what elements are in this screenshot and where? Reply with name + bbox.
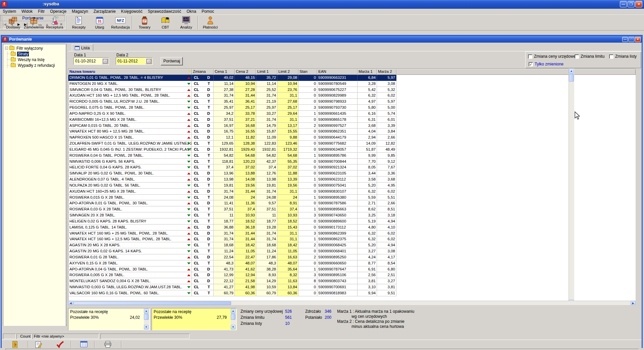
scrollbar-thumb[interactable] <box>569 74 574 82</box>
tree-item-straty[interactable]: Straty <box>7 51 65 57</box>
toolbar-button-towary[interactable]: Towary <box>134 15 155 30</box>
menu-item-magazyn[interactable]: Magazyn <box>69 9 91 14</box>
tree-expand-icon[interactable]: − <box>5 47 8 50</box>
menu-item-operacje[interactable]: Operacje <box>47 9 69 14</box>
title-bar[interactable]: f :sysdba — ❐ ✕ <box>0 0 644 9</box>
restore-icon[interactable]: ❐ <box>628 1 635 7</box>
table-row[interactable]: APO-ATORVA 0,01 G TABL. POWL. 30 TABL.CL… <box>68 200 636 206</box>
table-row[interactable]: MONTELUKAST SANDOZ 0,004 G X 28 TABL.CLD… <box>68 278 636 284</box>
scroll-down-icon[interactable]: ▼ <box>231 325 235 330</box>
calendar-button[interactable]: 15 <box>146 58 152 64</box>
grid-vertical-scrollbar[interactable]: ▲ ▼ <box>569 68 574 305</box>
app-icon[interactable]: f <box>1 1 7 7</box>
table-row[interactable]: AGASTIN 20 MG X 28 KAPS.CLT18,6818,4218,… <box>68 242 636 248</box>
scroll-left-icon[interactable]: ◀ <box>68 301 73 305</box>
minimize-icon[interactable]: — <box>620 1 627 7</box>
menu-item-filtr[interactable]: Filtr <box>35 9 47 14</box>
column-header-zm[interactable]: Zmiana <box>192 69 214 75</box>
tree-item-weszynalist[interactable]: Weszły na listę <box>7 57 65 62</box>
toolbar-button-utarg[interactable]: 31Utarg <box>89 15 110 30</box>
calendar-button[interactable]: 15 <box>102 58 108 64</box>
table-row[interactable]: SIMVAGEN 20 X 28 TABL.CLT1110,931110,933… <box>68 212 636 218</box>
table-row[interactable]: NOLPAZA 20 MG 0,02 G TABL. 56 TABL.CLT19… <box>68 183 636 189</box>
table-row[interactable]: ROSWERA 0,04 G TABL. POWL. 28 TABL.CLT54… <box>68 153 636 159</box>
checkbox-box[interactable] <box>609 54 613 59</box>
table-row[interactable]: AXUDAN HCT 160 MG + 12,5 MG TABL. POWL. … <box>68 93 636 99</box>
column-header-name[interactable]: Nazwa towaru <box>68 69 192 75</box>
menu-item-zarzdzanie[interactable]: Zarządzanie <box>91 9 118 14</box>
menu-item-sprawozdawczo[interactable]: Sprawozdawczość <box>145 9 184 14</box>
grid-horizontal-scrollbar[interactable]: ◀ ▶ <box>68 301 636 305</box>
checkbox-zmianalimitu[interactable]: Zmiana limitu <box>575 54 604 59</box>
checkbox-box[interactable] <box>528 54 532 59</box>
scroll-up-icon[interactable]: ▲ <box>144 309 149 313</box>
scroll-up-icon[interactable]: ▲ <box>231 309 235 313</box>
tab-lista[interactable]: Lista <box>72 44 93 51</box>
scroll-up-icon[interactable]: ▲ <box>569 68 574 74</box>
table-row[interactable]: APO-NAPRO 0,25 G X 90 TABL.CLD34,233,783… <box>68 111 636 117</box>
toolbar-button-refundacja[interactable]: NFZRefundacja <box>110 15 131 30</box>
table-row[interactable]: ASPICAM 0,015 G TABL. 20 TABL.CLD16,9716… <box>68 123 636 129</box>
table-row[interactable]: VALSACOR 160 MG 0,16 G TABL. POWL. 60 TA… <box>68 290 636 296</box>
table-row[interactable]: HELIGEN 0,02 G KAPS. 28 KAPS. BLISTRYCLT… <box>68 218 636 224</box>
comparison-title-bar[interactable]: f Porównanie — □ ✕ <box>2 36 642 43</box>
menu-item-widok[interactable]: Widok <box>19 9 35 14</box>
table-row[interactable]: RICORDO 0,005 G TABL.UL.ROZP.W J.U. 28 T… <box>68 99 636 105</box>
table-row[interactable]: NIMVASTID 0,006 G KAPS. 56 KAPS.CLT118,8… <box>68 159 636 165</box>
scrollbar-thumb[interactable] <box>144 314 149 320</box>
panel-scrollbar[interactable]: ▲ ▼ <box>144 309 149 330</box>
toolbar-button-zamwienia[interactable]: ?Zamówienia <box>23 15 44 30</box>
compare-button[interactable]: Porównaj <box>161 57 183 65</box>
data1-value[interactable]: 01-10-2012 <box>74 59 102 63</box>
checkbox-zmianacenyurzdowej[interactable]: Zmiana ceny urzędowej <box>528 54 577 59</box>
column-header-stan[interactable]: Stan <box>299 69 317 75</box>
table-row[interactable]: LAMISIL 0,125 G TABL. 14 TABL.CLD36,8836… <box>68 224 636 231</box>
data2-value[interactable]: 01-11-2012 <box>116 59 146 63</box>
table-row[interactable]: NAPROXEN 500 HASCO X 15 TABL.CLD12,111,8… <box>68 135 636 141</box>
menu-item-okna[interactable]: Okna <box>184 9 199 14</box>
column-header-c2[interactable]: Cena 2 <box>235 69 256 75</box>
tree-item-wypadyzrefundacji[interactable]: Wypadły z refundacji <box>7 62 65 68</box>
menu-item-ksigowo[interactable]: Księgowość <box>118 9 145 14</box>
table-row[interactable]: DRIMON 0,01 G TABL. POWL. 28 TABL. = 4 B… <box>68 75 636 81</box>
table-row[interactable]: ROSWERA 0,015 G X 28 TABL.CLT24,082424,0… <box>68 195 636 201</box>
panel-scrollbar[interactable]: ▲ ▼ <box>231 309 236 330</box>
toolbar-button-patnoci[interactable]: Płatności <box>200 15 221 30</box>
scrollbar-thumb[interactable] <box>231 314 235 320</box>
scrollbar-thumb[interactable] <box>73 301 231 305</box>
table-row[interactable]: NIMVASTID 0,003 G TABL.ULEG.ROZPAD.W.JAM… <box>68 284 636 290</box>
checkbox-box[interactable] <box>575 54 579 59</box>
table-row[interactable]: AGASTIN 20 MG 0,02 G KAPS. 14 KAPS.CLT11… <box>68 248 636 254</box>
toolbar-button-recepty[interactable]: Recepty <box>68 15 89 30</box>
toolbar-button-dostawy[interactable]: Dostawy <box>3 15 23 30</box>
table-row[interactable]: SIMVALIP 20 MG 0,02 G TABL. POWL. 30 TAB… <box>68 170 636 177</box>
table-row[interactable]: PEGOREL 0,075 G TABL. POWL. 28 TABL.CLT2… <box>68 105 636 111</box>
table-row[interactable]: VANATEX HCT 80 MG + 12,5 MG 28 TABL.CLD1… <box>68 129 636 135</box>
data2-field[interactable]: 01-11-2012 15 <box>116 57 153 65</box>
table-row[interactable]: ROSWERA 0,01 G 28 TABL.CLD22,5422,4717,8… <box>68 254 636 260</box>
checkbox-tylkozmienione[interactable]: ✓Tylko zmienione <box>529 62 564 66</box>
checkbox-box[interactable]: ✓ <box>529 62 533 66</box>
table-row[interactable]: PANTOGEN 20 MG X TABL.CLT11,1410,9411,14… <box>68 81 636 87</box>
close-icon[interactable]: ✕ <box>635 1 642 7</box>
column-header-l1[interactable]: Limit 1 <box>256 69 277 75</box>
column-header-c1[interactable]: Cena 1 <box>214 69 235 75</box>
column-header-m1[interactable]: Marża 1 <box>358 69 377 75</box>
table-row[interactable]: VANATEX HCT 160 MG + 25 MG TABL. POWL. 2… <box>68 231 636 237</box>
minimize-icon[interactable]: — <box>622 37 628 42</box>
column-header-ean[interactable]: EAN <box>317 69 358 75</box>
table-row[interactable]: AXUDAN HCT 160+25 MG X 28 TABL.CLD31,743… <box>68 189 636 195</box>
toolbar-button-receptura[interactable]: Receptura <box>44 15 65 30</box>
scroll-right-icon[interactable]: ▶ <box>631 301 636 305</box>
table-row[interactable]: VANATEX HCT 160 MG + 12,5 MG TABL. POWL.… <box>68 236 636 242</box>
data1-field[interactable]: 01-10-2012 15 <box>73 57 109 65</box>
table-row[interactable]: SIMVACOR 0,04 G TABL. POWL. 30 TABL. BLI… <box>68 87 636 93</box>
table-row[interactable]: ZOLAFREN-SWIFT 0,01 G TABL. ULEG.ROZPAD.… <box>68 141 636 147</box>
scroll-down-icon[interactable]: ▼ <box>144 325 149 330</box>
table-row[interactable]: AXYVEN 0,15 G X 28 TABL.CLT48,348,0748,3… <box>68 260 636 266</box>
column-header-m2[interactable]: Marża 2 <box>377 69 396 75</box>
table-row[interactable]: HELICID FORTE 0,04 G KAPS. 28 KAPS.CLT37… <box>68 164 636 170</box>
table-row[interactable]: KARBICOMBI 16+12,5 MG X 28 TABL.CLD37,51… <box>68 117 636 123</box>
column-header-l2[interactable]: Limit 2 <box>277 69 299 75</box>
table-row[interactable]: ALENDROGEN 0,07 G TABL. 4 TABL.CLD13,981… <box>68 177 636 183</box>
